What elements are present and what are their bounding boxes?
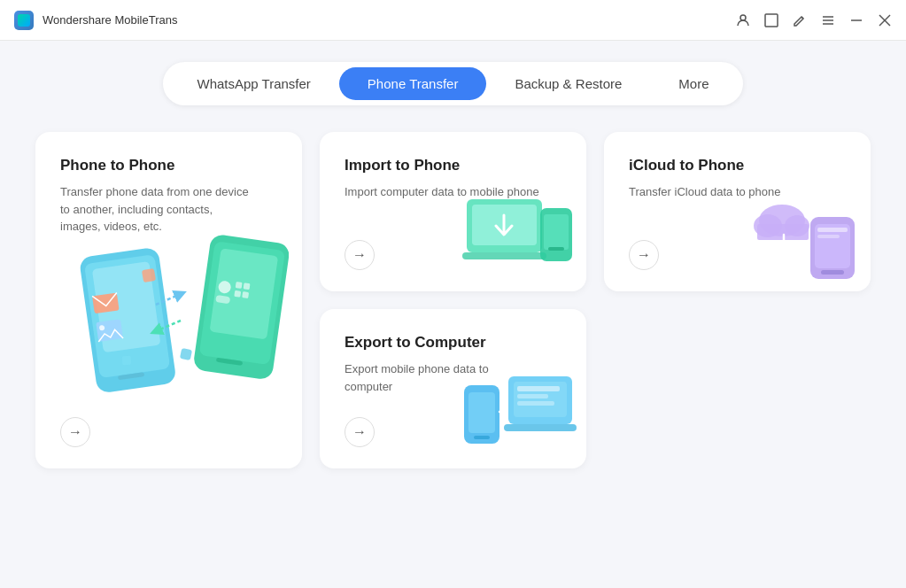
card-import-arrow[interactable]: → — [345, 240, 375, 270]
card-export-to-computer[interactable]: Export to Computer Export mobile phone d… — [320, 309, 586, 468]
export-illustration — [460, 360, 579, 458]
svg-rect-34 — [548, 247, 564, 251]
card-icloud-to-phone[interactable]: iCloud to Phone Transfer iCloud data to … — [604, 132, 871, 291]
import-illustration — [462, 182, 577, 279]
icloud-illustration — [748, 183, 863, 281]
svg-rect-46 — [474, 436, 490, 439]
phone-to-phone-illustration — [50, 225, 289, 411]
close-button[interactable] — [878, 13, 892, 27]
svg-rect-49 — [504, 424, 577, 431]
svg-rect-26 — [179, 348, 191, 360]
main-content: WhatsApp Transfer Phone Transfer Backup … — [0, 41, 906, 588]
card-icloud-title: iCloud to Phone — [629, 157, 846, 174]
svg-point-0 — [740, 15, 746, 20]
card-icloud-arrow[interactable]: → — [629, 240, 659, 270]
svg-rect-1 — [765, 14, 778, 27]
app-icon — [14, 11, 34, 30]
svg-rect-24 — [242, 291, 249, 298]
svg-rect-51 — [517, 394, 548, 398]
svg-rect-25 — [141, 268, 155, 282]
tab-whatsapp[interactable]: WhatsApp Transfer — [168, 67, 338, 100]
edit-button[interactable] — [793, 13, 807, 27]
tab-phone[interactable]: Phone Transfer — [339, 67, 487, 100]
card-phone-to-phone-title: Phone to Phone — [60, 157, 277, 174]
svg-rect-43 — [817, 235, 840, 238]
cards-grid: Phone to Phone Transfer phone data from … — [35, 132, 871, 468]
svg-rect-13 — [96, 319, 123, 342]
svg-rect-23 — [234, 290, 241, 298]
svg-rect-21 — [235, 282, 242, 289]
svg-rect-33 — [544, 214, 569, 250]
card-export-arrow[interactable]: → — [345, 417, 375, 447]
app-title: Wondershare MobileTrans — [43, 13, 177, 27]
svg-rect-27 — [121, 356, 131, 366]
card-phone-to-phone-arrow[interactable]: → — [60, 417, 90, 447]
svg-rect-37 — [821, 270, 844, 275]
card-import-to-phone[interactable]: Import to Phone Import computer data to … — [320, 132, 586, 291]
svg-rect-42 — [817, 228, 848, 232]
svg-rect-12 — [92, 293, 120, 314]
tab-backup[interactable]: Backup & Restore — [486, 67, 650, 100]
card-import-title: Import to Phone — [345, 157, 561, 174]
profile-button[interactable] — [736, 13, 750, 27]
svg-rect-50 — [517, 386, 560, 391]
titlebar-controls — [736, 13, 892, 27]
titlebar-left: Wondershare MobileTrans — [14, 11, 177, 30]
nav-tabs: WhatsApp Transfer Phone Transfer Backup … — [163, 62, 742, 105]
window-button[interactable] — [764, 13, 778, 27]
svg-rect-22 — [243, 282, 250, 290]
menu-button[interactable] — [821, 13, 835, 27]
svg-rect-52 — [517, 401, 554, 406]
svg-rect-31 — [462, 252, 546, 259]
tab-more[interactable]: More — [650, 67, 737, 100]
card-export-title: Export to Computer — [345, 334, 561, 352]
minimize-button[interactable] — [849, 13, 863, 27]
titlebar: Wondershare MobileTrans — [0, 0, 906, 41]
svg-rect-45 — [468, 392, 495, 433]
card-phone-to-phone[interactable]: Phone to Phone Transfer phone data from … — [35, 132, 302, 468]
